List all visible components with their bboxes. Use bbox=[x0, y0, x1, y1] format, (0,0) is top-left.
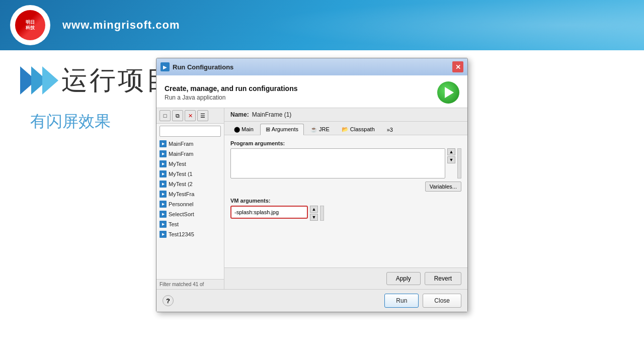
list-item[interactable]: Test12345 bbox=[156, 229, 224, 239]
slide-subtitle: 有闪屏效果 bbox=[30, 111, 111, 133]
tab-jre[interactable]: ☕JRE bbox=[305, 124, 335, 135]
list-item-label: SelectSort bbox=[169, 211, 194, 217]
name-label: Name: bbox=[230, 111, 249, 118]
tabs-bar: ⬤Main ⊞Arguments ☕JRE 📂Classpath »3 bbox=[224, 122, 467, 135]
list-item-label: Personnel bbox=[169, 201, 194, 207]
apply-button[interactable]: Apply bbox=[386, 272, 421, 285]
config-icon bbox=[159, 201, 167, 208]
delete-button[interactable]: ✕ bbox=[185, 110, 196, 121]
program-arguments-input[interactable] bbox=[230, 148, 445, 178]
list-item[interactable]: MainFram bbox=[156, 149, 224, 159]
list-item[interactable]: SelectSort bbox=[156, 209, 224, 219]
name-value: MainFrame (1) bbox=[252, 111, 292, 118]
vm-arguments-group: VM arguments: ▲ ▼ bbox=[230, 198, 461, 221]
main-tab-icon: ⬤ bbox=[234, 126, 240, 132]
header: 明日科技 www.mingrisoft.com bbox=[0, 0, 644, 50]
list-item[interactable]: MainFram bbox=[156, 139, 224, 149]
dialog-titlebar: ▶ Run Configurations ✕ bbox=[156, 58, 467, 75]
list-item-label: Test bbox=[169, 221, 179, 227]
config-list: MainFram MainFram MyTest MyTest (1 bbox=[156, 139, 224, 279]
prog-args-scrollbar bbox=[457, 148, 461, 178]
arrow-3 bbox=[42, 66, 58, 95]
dialog-title-left: ▶ Run Configurations bbox=[160, 62, 233, 71]
title-area: 运行项目 bbox=[20, 63, 174, 98]
help-button[interactable]: ? bbox=[163, 295, 174, 306]
left-toolbar: □ ⧉ ✕ ☰ bbox=[156, 108, 224, 124]
vm-arguments-input[interactable] bbox=[230, 206, 308, 219]
dialog-heading: Create, manage, and run configurations bbox=[165, 84, 298, 93]
config-icon bbox=[159, 170, 167, 177]
list-item[interactable]: MyTest (2 bbox=[156, 179, 224, 189]
config-icon bbox=[159, 140, 167, 147]
dialog-action-footer: Apply Revert bbox=[224, 267, 467, 289]
dialog-title-text: Run Configurations bbox=[173, 63, 233, 71]
list-item[interactable]: MyTestFra bbox=[156, 189, 224, 199]
list-item[interactable]: MyTest (1 bbox=[156, 169, 224, 179]
config-icon bbox=[159, 191, 167, 198]
logo: 明日科技 bbox=[10, 5, 50, 45]
program-arguments-group: Program arguments: ▲ ▼ Variables... bbox=[230, 140, 461, 192]
search-input[interactable] bbox=[159, 126, 221, 137]
scroll-up-icon[interactable]: ▲ bbox=[447, 148, 455, 155]
filter-status: Filter matched 41 of bbox=[156, 279, 224, 289]
list-item[interactable]: MyTest bbox=[156, 159, 224, 169]
vm-arguments-label: VM arguments: bbox=[230, 198, 461, 204]
revert-button[interactable]: Revert bbox=[425, 272, 461, 285]
list-item-label: MainFram bbox=[169, 151, 194, 157]
config-icon bbox=[159, 211, 167, 218]
list-item-label: MyTestFra bbox=[169, 191, 194, 197]
left-panel: □ ⧉ ✕ ☰ MainFram MainFram bbox=[156, 108, 224, 289]
header-url: www.mingrisoft.com bbox=[62, 19, 180, 32]
slide-area: 运行项目 有闪屏效果 ▶ Run Configurations ✕ Create… bbox=[0, 50, 644, 362]
run-configurations-dialog: ▶ Run Configurations ✕ Create, manage, a… bbox=[156, 58, 468, 312]
vm-scroll-up-icon[interactable]: ▲ bbox=[310, 206, 318, 213]
vm-args-scrollbar bbox=[320, 206, 324, 221]
config-icon bbox=[159, 221, 167, 228]
vm-arguments-row: ▲ ▼ bbox=[230, 206, 461, 221]
config-icon bbox=[159, 180, 167, 188]
close-icon[interactable]: ✕ bbox=[452, 61, 463, 72]
list-item-label: MyTest (2 bbox=[169, 181, 193, 187]
program-arguments-label: Program arguments: bbox=[230, 140, 461, 146]
tab-arguments[interactable]: ⊞Arguments bbox=[260, 124, 304, 135]
run-button[interactable]: Run bbox=[384, 294, 419, 308]
list-item[interactable]: Test bbox=[156, 219, 224, 229]
tab-classpath[interactable]: 📂Classpath bbox=[336, 124, 380, 135]
list-item-label: Test12345 bbox=[169, 231, 194, 237]
name-row: Name: MainFrame (1) bbox=[224, 108, 467, 122]
new-config-button[interactable]: □ bbox=[159, 110, 171, 121]
list-item-label: MainFram bbox=[169, 141, 194, 147]
scroll-down-icon[interactable]: ▼ bbox=[447, 156, 455, 163]
run-play-icon bbox=[437, 81, 459, 104]
dialog-icon: ▶ bbox=[160, 62, 170, 71]
dialog-description: Create, manage, and run configurations R… bbox=[165, 84, 298, 101]
vm-args-scroll-btns: ▲ ▼ bbox=[310, 206, 318, 221]
duplicate-button[interactable]: ⧉ bbox=[172, 110, 183, 121]
list-item-label: MyTest bbox=[169, 161, 186, 167]
tab-main[interactable]: ⬤Main bbox=[228, 124, 259, 135]
jre-tab-icon: ☕ bbox=[310, 126, 317, 132]
tab-content-area: Program arguments: ▲ ▼ Variables... bbox=[224, 135, 467, 267]
vm-scroll-down-icon[interactable]: ▼ bbox=[310, 214, 318, 221]
tab-more[interactable]: »3 bbox=[381, 124, 398, 135]
program-arguments-row: ▲ ▼ bbox=[230, 148, 461, 178]
logo-inner: 明日科技 bbox=[15, 10, 45, 40]
filter-button[interactable]: ☰ bbox=[197, 110, 208, 121]
list-item[interactable]: Personnel bbox=[156, 199, 224, 209]
variables-button[interactable]: Variables... bbox=[425, 182, 461, 192]
apply-revert-buttons: Apply Revert bbox=[386, 272, 461, 285]
list-item-label: MyTest (1 bbox=[169, 171, 193, 177]
close-button[interactable]: Close bbox=[423, 294, 461, 308]
program-args-scroll-btns: ▲ ▼ bbox=[447, 148, 455, 178]
config-icon bbox=[159, 160, 167, 167]
bottom-buttons: ? Run Close bbox=[156, 289, 467, 312]
config-icon bbox=[159, 150, 167, 157]
arrows-icon bbox=[20, 66, 53, 95]
dialog-header-desc: Create, manage, and run configurations R… bbox=[156, 75, 467, 108]
classpath-tab-icon: 📂 bbox=[342, 126, 349, 132]
right-panel: Name: MainFrame (1) ⬤Main ⊞Arguments ☕JR… bbox=[224, 108, 467, 289]
config-icon bbox=[159, 231, 167, 238]
dialog-body: □ ⧉ ✕ ☰ MainFram MainFram bbox=[156, 108, 467, 289]
args-tab-icon: ⊞ bbox=[266, 126, 270, 132]
dialog-subheading: Run a Java application bbox=[165, 94, 298, 101]
